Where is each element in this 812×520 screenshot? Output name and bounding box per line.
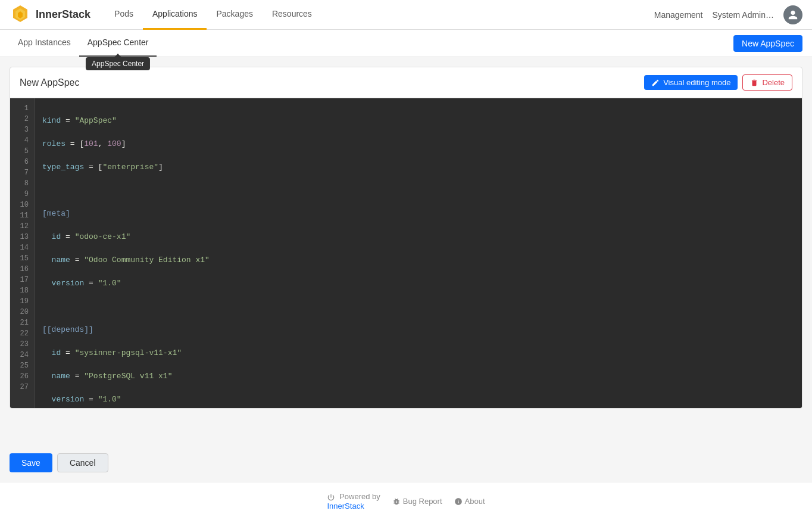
bottom-actions: Save Cancel	[0, 444, 812, 482]
visual-editing-button[interactable]: Visual editing mode	[644, 75, 738, 90]
sub-tabs: App Instances AppSpec Center AppSpec Cen…	[0, 30, 812, 57]
code-content[interactable]: kind = "AppSpec" roles = [101, 100] type…	[35, 98, 802, 408]
editor-actions: Visual editing mode Delete	[644, 74, 792, 91]
brand-name: InnerStack	[36, 8, 90, 21]
brand-logo-icon	[10, 4, 31, 26]
bug-icon	[392, 497, 401, 506]
powered-by: Powered by InnerStack	[327, 492, 380, 510]
tooltip-appspec: AppSpec Center	[86, 57, 150, 70]
navbar-right: Management System Admin…	[654, 5, 802, 24]
main-content: New AppSpec Visual editing mode Delete 1…	[0, 57, 812, 444]
editor-title: New AppSpec	[20, 77, 80, 88]
avatar[interactable]	[783, 5, 802, 24]
info-icon	[454, 497, 463, 506]
nav-applications[interactable]: Applications	[143, 0, 207, 30]
brand-logo-link[interactable]: InnerStack	[10, 4, 90, 26]
new-appspec-button[interactable]: New AppSpec	[733, 35, 802, 52]
delete-icon	[750, 79, 758, 87]
power-icon	[327, 493, 335, 502]
navbar: InnerStack Pods Applications Packages Re…	[0, 0, 812, 30]
bug-report-link[interactable]: Bug Report	[392, 497, 442, 506]
code-editor[interactable]: 1 2 3 4 5 6 7 8 9 10 11 12 13 14 15 16 1	[10, 98, 802, 408]
nav-links: Pods Applications Packages Resources	[105, 0, 654, 30]
subtab-appspec-center-wrapper: AppSpec Center AppSpec Center	[79, 30, 157, 57]
cancel-button[interactable]: Cancel	[57, 453, 108, 472]
subtab-app-instances[interactable]: App Instances	[10, 30, 79, 57]
management-link[interactable]: Management	[654, 10, 703, 20]
footer: Powered by InnerStack Bug Report About	[0, 482, 812, 520]
editor-card: New AppSpec Visual editing mode Delete 1…	[10, 67, 802, 409]
edit-icon	[651, 79, 660, 87]
save-button[interactable]: Save	[10, 453, 52, 472]
editor-header: New AppSpec Visual editing mode Delete	[10, 67, 802, 98]
line-numbers: 1 2 3 4 5 6 7 8 9 10 11 12 13 14 15 16 1	[10, 98, 35, 408]
about-link[interactable]: About	[454, 497, 485, 506]
code-lines: 1 2 3 4 5 6 7 8 9 10 11 12 13 14 15 16 1	[10, 98, 802, 408]
delete-button[interactable]: Delete	[742, 74, 792, 91]
nav-packages[interactable]: Packages	[207, 0, 262, 30]
nav-resources[interactable]: Resources	[263, 0, 321, 30]
footer-brand-link[interactable]: InnerStack	[327, 502, 380, 510]
nav-pods[interactable]: Pods	[105, 0, 143, 30]
admin-label: System Admin…	[713, 10, 774, 20]
